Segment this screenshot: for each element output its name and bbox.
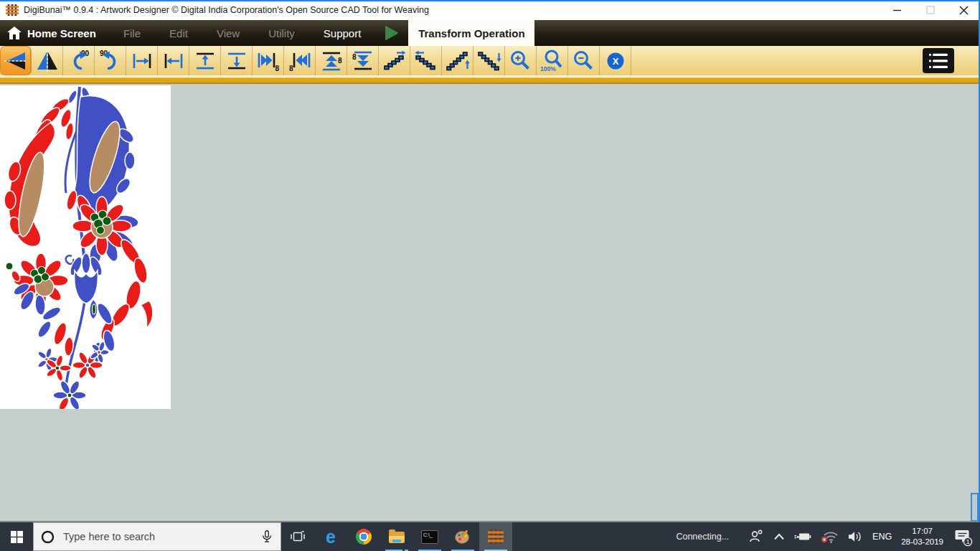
- network-status-text: Connecting...: [676, 532, 729, 542]
- rotate-90-cw-button[interactable]: 90: [63, 46, 95, 75]
- home-icon: [7, 27, 22, 39]
- list-icon: [927, 52, 950, 70]
- svg-text:8: 8: [338, 57, 342, 65]
- move-left-button[interactable]: [158, 46, 189, 75]
- step-right-down-button[interactable]: [410, 46, 442, 75]
- step-down-icon: [476, 50, 502, 72]
- rotate-90-ccw-button[interactable]: 90: [95, 46, 126, 75]
- menu-view-label: View: [217, 27, 240, 39]
- menu-support[interactable]: Support: [309, 20, 376, 46]
- search-input[interactable]: [62, 530, 253, 543]
- svg-text:8: 8: [275, 65, 279, 72]
- move-up-button[interactable]: [189, 46, 221, 75]
- floral-artwork: [0, 85, 171, 409]
- shift-left-8-button[interactable]: 8: [284, 46, 316, 75]
- show-hidden-icons-chevron[interactable]: [773, 532, 785, 541]
- minimize-icon: [893, 6, 902, 14]
- flip-vertical-icon: [34, 50, 60, 72]
- flip-horizontal-icon: [3, 50, 29, 72]
- shift-left-8-icon: 8: [287, 50, 313, 72]
- move-down-icon: [224, 50, 250, 72]
- step-right-up-button[interactable]: [379, 46, 410, 75]
- menu-utility-label: Utility: [268, 27, 295, 39]
- vertical-scrollbar-thumb[interactable]: [971, 493, 979, 522]
- menu-bar: Home Screen File Edit View Utility Suppo…: [0, 20, 980, 46]
- minimize-button[interactable]: [881, 0, 914, 20]
- close-transform-button[interactable]: X: [600, 46, 631, 75]
- wifi-disconnected-icon[interactable]: [821, 529, 838, 544]
- taskbar-search-box[interactable]: [33, 522, 281, 551]
- taskbar-command-prompt[interactable]: C:\_: [413, 522, 446, 551]
- windows-taskbar: e C:\_ Connecti: [0, 522, 980, 551]
- artwork-panel[interactable]: [0, 85, 171, 409]
- step-up-button[interactable]: [442, 46, 473, 75]
- taskbar-digibunai[interactable]: [479, 522, 512, 551]
- taskbar-paint-app[interactable]: [446, 522, 479, 551]
- move-down-button[interactable]: [221, 46, 253, 75]
- move-right-button[interactable]: [126, 46, 158, 75]
- step-right-up-icon: [382, 50, 407, 72]
- step-right-down-icon: [413, 50, 439, 72]
- taskbar-chrome[interactable]: [347, 522, 380, 551]
- task-view-button[interactable]: [281, 522, 314, 551]
- palette-icon: [454, 528, 471, 545]
- toolbar-gold-band: [0, 75, 980, 84]
- shift-down-8-button[interactable]: 8: [347, 46, 379, 75]
- language-indicator[interactable]: ENG: [872, 532, 892, 542]
- zoom-100-button[interactable]: 100%: [537, 46, 568, 75]
- menu-edit[interactable]: Edit: [155, 20, 202, 46]
- shift-right-8-icon: 8: [255, 50, 281, 72]
- zoom-out-button[interactable]: [568, 46, 600, 75]
- application-window: DigiBunai™ 0.9.4 : Artwork Designer © Di…: [0, 0, 980, 551]
- clock[interactable]: 17:07 28-03-2019: [901, 526, 943, 547]
- close-button[interactable]: [947, 0, 980, 20]
- layer-list-button[interactable]: [923, 48, 954, 73]
- digibunai-logo-icon: [6, 4, 19, 17]
- flip-horizontal-button[interactable]: [0, 46, 32, 75]
- clock-date: 28-03-2019: [901, 537, 943, 547]
- move-up-icon: [192, 50, 218, 72]
- design-canvas[interactable]: [0, 84, 980, 522]
- maximize-button[interactable]: [914, 0, 947, 20]
- rotate-90-cw-icon: 90: [66, 50, 92, 72]
- svg-text:8: 8: [289, 65, 293, 72]
- taskbar-edge[interactable]: e: [314, 522, 347, 551]
- menu-utility[interactable]: Utility: [254, 20, 309, 46]
- task-view-icon: [290, 529, 306, 544]
- system-tray: Connecting...: [676, 526, 980, 547]
- menu-view[interactable]: View: [202, 20, 254, 46]
- battery-charging-icon[interactable]: [794, 530, 811, 543]
- edge-icon: e: [326, 528, 336, 546]
- notification-badge: 1: [966, 538, 970, 545]
- zoom-in-icon: [508, 50, 534, 72]
- play-icon: [385, 26, 398, 40]
- action-center-icon[interactable]: 1: [953, 527, 973, 547]
- close-transform-icon: X: [603, 50, 628, 72]
- taskbar-file-explorer[interactable]: [380, 522, 413, 551]
- zoom-in-button[interactable]: [505, 46, 537, 75]
- tab-transform-operation[interactable]: Transform Operation: [408, 20, 534, 46]
- svg-text:X: X: [612, 55, 618, 66]
- chrome-icon: [356, 529, 372, 545]
- volume-icon[interactable]: [847, 529, 863, 544]
- step-down-button[interactable]: [473, 46, 505, 75]
- window-border-top: [0, 0, 980, 1]
- windows-logo-icon: [11, 531, 23, 543]
- people-icon[interactable]: [748, 529, 764, 544]
- tab-transform-operation-label: Transform Operation: [418, 27, 524, 39]
- menu-home-label: Home Screen: [27, 27, 96, 39]
- flip-vertical-button[interactable]: [32, 46, 63, 75]
- menu-home-screen[interactable]: Home Screen: [0, 20, 109, 46]
- microphone-icon[interactable]: [260, 529, 273, 544]
- command-prompt-icon: C:\_: [421, 530, 438, 544]
- digibunai-weave-icon: [487, 528, 504, 545]
- shift-right-8-button[interactable]: 8: [253, 46, 284, 75]
- svg-text:100%: 100%: [540, 65, 556, 72]
- start-button[interactable]: [0, 522, 33, 551]
- shift-up-8-button[interactable]: 8: [316, 46, 347, 75]
- svg-text:8: 8: [352, 53, 357, 61]
- menu-support-label: Support: [324, 27, 362, 39]
- move-right-icon: [129, 50, 155, 72]
- run-button[interactable]: [375, 20, 408, 46]
- menu-file[interactable]: File: [109, 20, 155, 46]
